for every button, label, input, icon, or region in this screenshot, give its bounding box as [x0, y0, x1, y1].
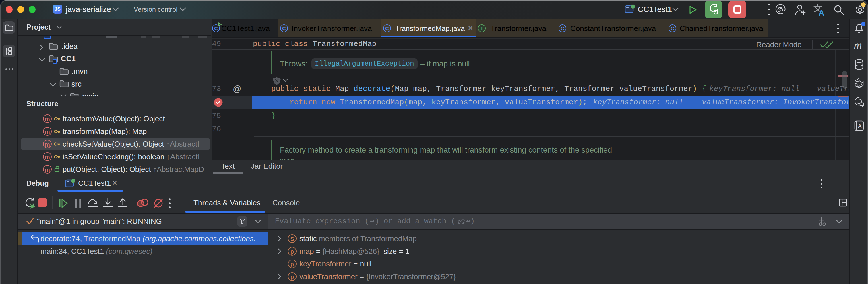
svg-text:A: A [858, 123, 862, 129]
svg-text:A: A [818, 9, 825, 16]
